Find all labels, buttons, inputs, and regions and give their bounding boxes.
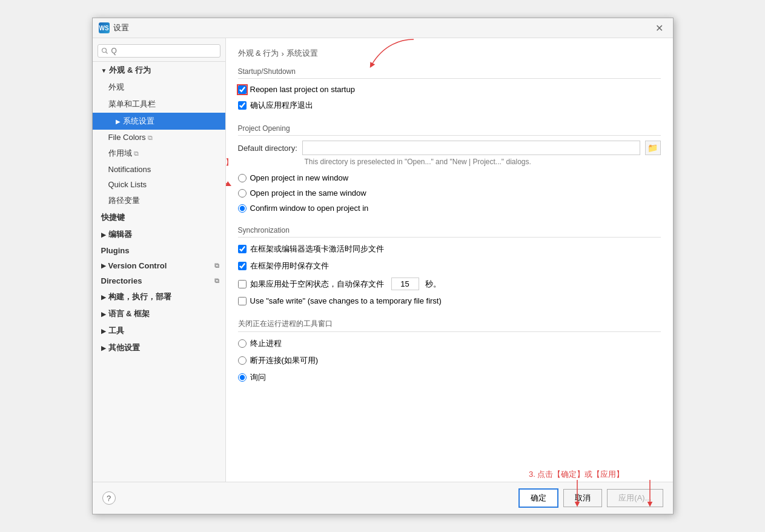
- sidebar-item-menus-toolbars[interactable]: 菜单和工具栏: [93, 96, 225, 113]
- safe-write-label[interactable]: Use "safe write" (save changes to a temp…: [238, 296, 442, 305]
- save-deactivate-text: 在框架停用时保存文件: [250, 261, 329, 271]
- help-button[interactable]: ?: [102, 491, 116, 505]
- sidebar-item-scope[interactable]: 作用域 ⧉: [93, 145, 225, 162]
- arrow-icon: ▶: [101, 311, 106, 318]
- dialog-body: ▼ 外观 & 行为 外观 菜单和工具栏 ▶ 系统设置 File Colors ⧉…: [93, 38, 673, 482]
- sidebar-item-quick-lists[interactable]: Quick Lists: [93, 177, 225, 192]
- sidebar-item-other-settings[interactable]: ▶ 其他设置: [93, 339, 225, 356]
- sidebar-item-appearance[interactable]: 外观: [93, 79, 225, 96]
- disconnect-label[interactable]: 断开连接(如果可用): [238, 355, 319, 366]
- expand-arrow-icon: ▶: [116, 118, 121, 125]
- same-window-radio-label: Open project in the same window: [250, 188, 366, 198]
- sidebar-item-system-settings[interactable]: ▶ 系统设置: [93, 113, 225, 130]
- ask-radio[interactable]: [238, 373, 247, 382]
- arrow-icon: ▶: [101, 262, 106, 269]
- save-deactivate-checkbox[interactable]: [238, 262, 247, 270]
- sidebar-item-plugins[interactable]: Plugins: [93, 243, 225, 258]
- breadcrumb-separator: ›: [281, 49, 283, 58]
- breadcrumb-part2: 系统设置: [286, 48, 318, 59]
- ask-option: 询问: [238, 371, 661, 384]
- save-deactivate-option: 在框架停用时保存文件: [238, 259, 661, 273]
- main-content: 2. 取消勾选Reopen last project on startup 外观…: [226, 38, 673, 482]
- reopen-label[interactable]: Reopen last project on startup: [238, 85, 355, 94]
- sidebar: ▼ 外观 & 行为 外观 菜单和工具栏 ▶ 系统设置 File Colors ⧉…: [93, 38, 226, 482]
- confirm-exit-checkbox[interactable]: [238, 101, 247, 110]
- sidebar-item-label: 作用域: [108, 148, 132, 158]
- sidebar-item-languages-frameworks[interactable]: ▶ 语言 & 框架: [93, 305, 225, 322]
- autosave-idle-label[interactable]: 如果应用处于空闲状态，自动保存文件: [238, 279, 384, 290]
- new-window-label[interactable]: Open project in new window: [238, 173, 349, 182]
- sync-section-title: Synchronization: [238, 226, 661, 238]
- footer-left: ?: [102, 491, 514, 505]
- folder-browse-button[interactable]: 📁: [645, 141, 661, 155]
- disconnect-radio[interactable]: [238, 356, 247, 365]
- project-opening-section: Project Opening Default directory: 📁 Thi…: [238, 124, 661, 214]
- sidebar-item-tools[interactable]: ▶ 工具: [93, 322, 225, 339]
- sidebar-item-directories[interactable]: Directories ⧉: [93, 273, 225, 288]
- ask-text: 询问: [250, 372, 266, 383]
- arrow-icon: ▶: [101, 328, 106, 334]
- confirm-window-radio[interactable]: [238, 204, 247, 213]
- disconnect-option: 断开连接(如果可用): [238, 354, 661, 367]
- dialog-footer: ? 3. 点击【确定】或【应用】 确定 取消 应用(A)...: [93, 482, 673, 514]
- save-deactivate-label[interactable]: 在框架停用时保存文件: [238, 261, 329, 271]
- safe-write-checkbox[interactable]: [238, 297, 247, 305]
- terminate-option: 终止进程: [238, 337, 661, 350]
- sync-section: Synchronization 在框架或编辑器选项卡激活时同步文件 在框架停用时…: [238, 226, 661, 307]
- sidebar-item-path-variables[interactable]: 路径变量: [93, 192, 225, 209]
- same-window-radio[interactable]: [238, 189, 247, 198]
- apply-button[interactable]: 应用(A)...: [607, 489, 663, 507]
- arrow-icon: ▶: [101, 231, 106, 238]
- search-input[interactable]: [98, 44, 220, 58]
- new-window-radio[interactable]: [238, 174, 247, 182]
- project-opening-title: Project Opening: [238, 124, 661, 136]
- sidebar-item-version-control[interactable]: ▶ Version Control ⧉: [93, 258, 225, 273]
- confirm-exit-label[interactable]: 确认应用程序退出: [238, 100, 313, 111]
- sidebar-item-editor[interactable]: ▶ 编辑器: [93, 226, 225, 243]
- ok-button[interactable]: 确定: [518, 488, 558, 508]
- autosave-idle-checkbox[interactable]: [238, 280, 247, 288]
- sidebar-item-label: 语言 & 框架: [108, 308, 150, 319]
- search-box[interactable]: [93, 41, 225, 62]
- tool-windows-section: 关闭正在运行进程的工具窗口 终止进程 断开连接(如果可用): [238, 319, 661, 384]
- confirm-exit-option-row: 确认应用程序退出: [238, 99, 661, 112]
- sync-activate-label[interactable]: 在框架或编辑器选项卡激活时同步文件: [238, 244, 384, 254]
- new-window-radio-label: Open project in new window: [250, 173, 349, 182]
- settings-dialog: WS 设置 ✕ ▼ 外观 & 行为 外观 菜单和工具栏 ▶ 系统设置: [92, 18, 674, 514]
- startup-section-title: Startup/Shutdown: [238, 67, 661, 79]
- sidebar-item-file-colors[interactable]: File Colors ⧉: [93, 130, 225, 145]
- sidebar-item-label: 菜单和工具栏: [108, 99, 156, 108]
- safe-write-option: Use "safe write" (save changes to a temp…: [238, 295, 661, 307]
- ask-label[interactable]: 询问: [238, 372, 266, 383]
- annotation-2: 1.在【外观&行为】中找到【系统设置】: [226, 157, 234, 168]
- copy-icon: ⧉: [214, 262, 219, 270]
- sidebar-item-notifications[interactable]: Notifications: [93, 162, 225, 177]
- sidebar-item-label: 其他设置: [108, 342, 140, 353]
- safe-write-text: Use "safe write" (save changes to a temp…: [250, 296, 442, 305]
- sidebar-item-label: 外观: [108, 82, 124, 91]
- copy-icon: ⧉: [148, 134, 153, 141]
- sync-activate-checkbox[interactable]: [238, 245, 247, 253]
- cancel-button[interactable]: 取消: [563, 489, 602, 507]
- confirm-window-label[interactable]: Confirm window to open project in: [238, 204, 369, 213]
- close-button[interactable]: ✕: [652, 22, 667, 34]
- sidebar-item-label: 快捷键: [101, 212, 125, 223]
- terminate-radio[interactable]: [238, 339, 247, 348]
- idle-seconds-input[interactable]: 15: [391, 278, 419, 290]
- default-dir-input[interactable]: [302, 141, 640, 155]
- same-window-label[interactable]: Open project in the same window: [238, 188, 366, 198]
- sidebar-item-appearance-behavior[interactable]: ▼ 外观 & 行为: [93, 62, 225, 79]
- sidebar-item-build-run-deploy[interactable]: ▶ 构建，执行，部署: [93, 288, 225, 305]
- terminate-label[interactable]: 终止进程: [238, 338, 282, 349]
- arrow-icon: ▶: [101, 345, 106, 351]
- startup-section: Startup/Shutdown Reopen last project on …: [238, 67, 661, 112]
- sidebar-item-label: 编辑器: [108, 229, 132, 240]
- sidebar-item-label: Quick Lists: [108, 180, 147, 189]
- reopen-checkbox[interactable]: [238, 85, 247, 94]
- breadcrumb: 外观 & 行为 › 系统设置: [238, 48, 661, 59]
- sidebar-item-label: 工具: [108, 325, 124, 336]
- sidebar-item-shortcuts[interactable]: 快捷键: [93, 209, 225, 226]
- sidebar-item-label: Plugins: [101, 246, 130, 255]
- sidebar-item-label: 路径变量: [108, 196, 140, 205]
- breadcrumb-part1: 外观 & 行为: [238, 48, 279, 59]
